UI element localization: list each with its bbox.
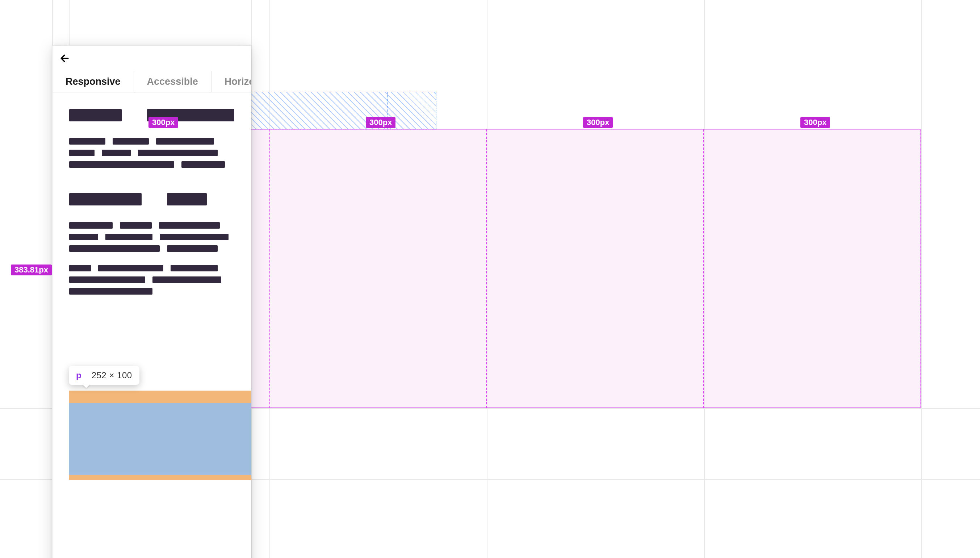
grid-column-width-badge: 300px: [366, 117, 396, 128]
device-preview-frame: Responsive Accessible Horizontal: [52, 45, 251, 558]
guide-vertical: [704, 0, 705, 558]
guide-vertical: [921, 0, 922, 558]
tab-responsive[interactable]: Responsive: [52, 71, 134, 92]
card-heading: [69, 109, 234, 121]
tab-accessible[interactable]: Accessible: [134, 71, 211, 92]
back-arrow-icon[interactable]: [58, 52, 70, 64]
inspector-grid-column: [704, 130, 921, 408]
inspector-flex-gap: [388, 92, 388, 130]
content-card: [69, 193, 234, 295]
grid-row-height-badge: 383.81px: [11, 264, 52, 276]
box-model-content: [69, 403, 251, 475]
box-model-margin: [69, 475, 251, 480]
inspector-box-model-highlight: [69, 391, 251, 480]
tooltip-tagname: p: [76, 370, 82, 381]
guide-vertical: [270, 0, 270, 558]
inspector-grid-column: [487, 130, 704, 408]
card-heading: [69, 193, 234, 205]
preview-tabs: Responsive Accessible Horizontal: [52, 71, 251, 92]
tooltip-dimensions: 252 × 100: [92, 370, 132, 381]
card-paragraph: [69, 138, 234, 168]
tab-horizontal[interactable]: Horizontal: [211, 71, 251, 92]
grid-column-width-badge: 300px: [800, 117, 830, 128]
canvas-stage[interactable]: Responsive Accessible Horizontal: [0, 0, 980, 558]
preview-body: [52, 92, 251, 295]
inspector-grid-column: [270, 130, 487, 408]
grid-column-width-badge: 300px: [583, 117, 613, 128]
preview-header: [52, 46, 251, 71]
guide-vertical: [487, 0, 488, 558]
guide-vertical: [251, 0, 252, 558]
element-inspect-tooltip: p 252 × 100: [69, 366, 139, 385]
content-card: [69, 109, 234, 168]
box-model-margin: [69, 391, 251, 403]
card-paragraph: [69, 265, 234, 295]
card-paragraph: [69, 222, 234, 252]
